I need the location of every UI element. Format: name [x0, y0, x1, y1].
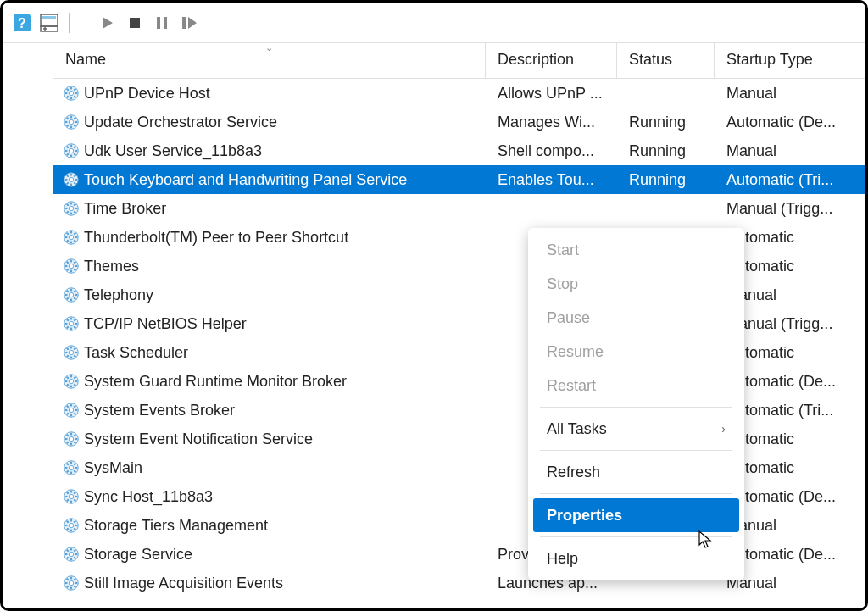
service-name-cell: Udk User Service_11b8a3	[53, 142, 486, 160]
service-name: Time Broker	[84, 200, 166, 218]
svg-rect-151	[70, 491, 72, 493]
svg-rect-33	[65, 150, 68, 152]
svg-point-30	[69, 148, 74, 153]
svg-rect-102	[70, 357, 72, 359]
svg-rect-113	[65, 380, 68, 382]
svg-rect-134	[75, 438, 78, 440]
svg-rect-181	[70, 577, 72, 580]
properties-icon	[39, 13, 59, 33]
column-description[interactable]: Description	[486, 43, 617, 78]
menu-restart[interactable]: Restart	[528, 369, 744, 403]
service-row[interactable]: Update Orchestrator ServiceManages Wi...…	[53, 108, 865, 136]
service-name: Thunderbolt(TM) Peer to Peer Shortcut	[84, 229, 348, 247]
menu-properties[interactable]: Properties	[533, 498, 739, 532]
svg-rect-171	[70, 548, 72, 551]
svg-rect-131	[70, 433, 72, 436]
menu-resume[interactable]: Resume	[528, 335, 744, 369]
menu-stop[interactable]: Stop	[528, 267, 744, 301]
column-startup[interactable]: Startup Type	[715, 43, 865, 78]
column-status[interactable]: Status	[617, 43, 715, 78]
service-name: Sync Host_11b8a3	[84, 488, 213, 506]
service-description: Shell compo...	[486, 142, 617, 160]
svg-rect-103	[65, 352, 68, 353]
service-name: System Events Broker	[84, 402, 235, 419]
svg-point-50	[69, 206, 74, 211]
menu-separator	[540, 407, 732, 408]
svg-rect-61	[70, 231, 72, 234]
service-name: Udk User Service_11b8a3	[84, 142, 262, 160]
chevron-right-icon: ›	[721, 422, 726, 436]
service-name-cell: Storage Service	[53, 545, 486, 564]
menu-pause[interactable]: Pause	[528, 301, 744, 335]
service-row[interactable]: Touch Keyboard and Handwriting Panel Ser…	[53, 165, 865, 194]
properties-button[interactable]	[36, 10, 62, 36]
stop-button[interactable]	[122, 10, 147, 36]
start-button[interactable]	[95, 10, 120, 36]
svg-rect-143	[65, 467, 68, 469]
svg-rect-7	[164, 17, 167, 29]
menu-all-tasks[interactable]: All Tasks ›	[528, 412, 744, 446]
svg-rect-111	[70, 375, 72, 378]
menu-separator	[540, 450, 732, 451]
svg-point-160	[69, 523, 74, 528]
service-name-cell: Thunderbolt(TM) Peer to Peer Shortcut	[53, 228, 486, 247]
svg-rect-72	[70, 270, 72, 273]
service-row[interactable]: Time BrokerManual (Trigg...	[53, 194, 865, 223]
svg-rect-14	[75, 92, 78, 94]
svg-rect-133	[65, 438, 68, 440]
svg-rect-54	[75, 208, 78, 209]
svg-rect-91	[70, 318, 72, 320]
service-description: Manages Wi...	[486, 114, 617, 131]
content-area: ⌄ Name Description Status Startup Type U…	[3, 43, 865, 608]
service-name: Storage Tiers Management	[84, 517, 268, 535]
stop-icon	[127, 15, 142, 31]
svg-rect-63	[65, 236, 68, 238]
service-name: UPnP Device Host	[84, 85, 210, 103]
toolbar-separator	[69, 13, 70, 33]
service-row[interactable]: UPnP Device HostAllows UPnP ...Manual	[53, 79, 865, 108]
menu-separator	[540, 493, 732, 494]
svg-rect-174	[75, 553, 78, 555]
svg-point-70	[69, 264, 74, 269]
svg-rect-182	[70, 587, 72, 590]
service-name-cell: Telephony	[53, 286, 486, 304]
column-name[interactable]: ⌄ Name	[53, 43, 486, 78]
svg-rect-173	[65, 553, 68, 555]
service-name: SysMain	[84, 459, 142, 477]
help-icon: ?	[12, 13, 32, 33]
svg-point-170	[69, 552, 74, 557]
svg-rect-44	[75, 179, 78, 181]
menu-help[interactable]: Help	[528, 542, 744, 575]
toolbar: ?	[3, 3, 865, 43]
service-name: TCP/IP NetBIOS Helper	[84, 315, 247, 333]
svg-rect-8	[182, 17, 186, 29]
menu-refresh[interactable]: Refresh	[528, 455, 744, 489]
service-name-cell: UPnP Device Host	[53, 84, 486, 103]
pause-icon	[154, 15, 170, 31]
service-name-cell: SysMain	[53, 458, 486, 477]
svg-rect-112	[70, 386, 72, 388]
help-button[interactable]: ?	[9, 10, 35, 36]
svg-point-130	[69, 436, 74, 442]
svg-rect-31	[70, 145, 72, 147]
service-startup: Manual (Trigg...	[715, 200, 865, 218]
svg-point-180	[69, 580, 74, 586]
service-name-cell: System Guard Runtime Monitor Broker	[53, 372, 486, 391]
service-name-cell: System Event Notification Service	[53, 430, 486, 448]
svg-point-10	[69, 91, 74, 96]
svg-rect-164	[75, 525, 78, 526]
restart-button[interactable]	[176, 10, 202, 36]
svg-rect-74	[75, 265, 78, 267]
svg-point-80	[69, 292, 74, 297]
service-name-cell: Touch Keyboard and Handwriting Panel Ser…	[53, 170, 486, 189]
service-status: Running	[617, 142, 715, 160]
column-headers: ⌄ Name Description Status Startup Type	[53, 43, 865, 79]
service-name-cell: Sync Host_11b8a3	[53, 487, 486, 506]
svg-rect-152	[70, 501, 72, 503]
pause-button[interactable]	[149, 10, 175, 36]
service-name: Task Scheduler	[84, 344, 188, 362]
service-row[interactable]: Udk User Service_11b8a3Shell compo...Run…	[53, 136, 865, 165]
service-name: Themes	[84, 258, 139, 275]
menu-start[interactable]: Start	[528, 233, 744, 267]
service-description: Allows UPnP ...	[486, 85, 617, 103]
